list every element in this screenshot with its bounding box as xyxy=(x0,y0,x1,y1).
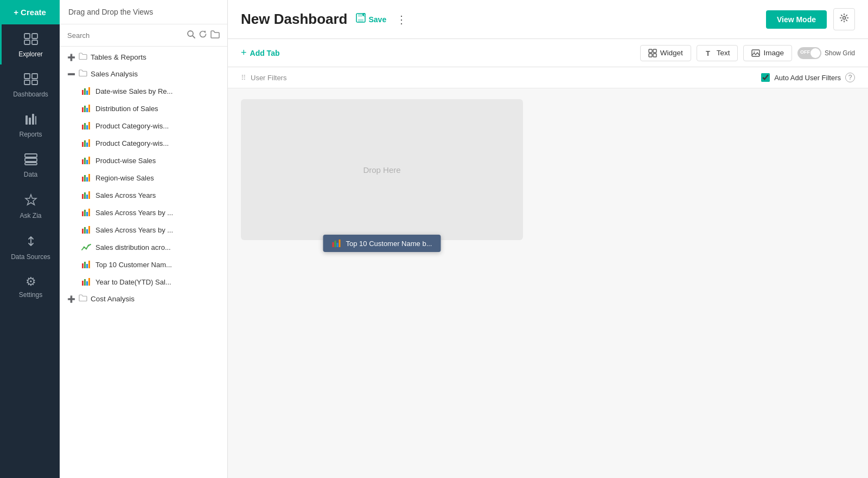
folder-button[interactable] xyxy=(210,30,220,41)
svg-rect-31 xyxy=(86,143,88,147)
item-label: Product Category-wis... xyxy=(95,122,169,130)
view-mode-button[interactable]: View Mode xyxy=(766,10,827,29)
data-sources-icon xyxy=(24,235,37,250)
settings-icon: ⚙ xyxy=(25,276,36,288)
text-button[interactable]: T Text xyxy=(697,45,738,61)
refresh-button[interactable] xyxy=(199,30,207,41)
svg-rect-74 xyxy=(752,50,760,56)
toolbar-left: + Add Tab xyxy=(241,47,279,59)
filters-row: ⠿ User Filters Auto Add User Filters ? xyxy=(228,67,868,88)
ask-zia-icon xyxy=(24,193,37,209)
item-label: Product Category-wis... xyxy=(95,139,169,147)
save-button[interactable]: ★ Save xyxy=(355,12,387,26)
svg-rect-41 xyxy=(82,194,84,199)
save-icon: ★ xyxy=(355,12,366,26)
svg-rect-47 xyxy=(86,212,88,216)
image-button[interactable]: Image xyxy=(743,45,792,61)
sidebar-item-explorer[interactable]: Explorer xyxy=(0,24,60,64)
item-label: Product-wise Sales xyxy=(95,157,156,165)
sidebar-header: Drag and Drop the Views xyxy=(60,0,227,24)
svg-line-16 xyxy=(193,36,195,38)
filters-right: Auto Add User Filters ? xyxy=(761,73,855,82)
list-item[interactable]: Region-wise Sales xyxy=(60,169,227,186)
folder-icon-sales xyxy=(79,69,87,79)
list-item[interactable]: Product-wise Sales xyxy=(60,152,227,169)
create-button[interactable]: + Create xyxy=(0,0,60,24)
list-item[interactable]: Product Category-wis... xyxy=(60,134,227,152)
sidebar-item-settings[interactable]: ⚙ Settings xyxy=(0,267,60,305)
svg-rect-45 xyxy=(82,211,84,216)
svg-point-55 xyxy=(88,245,90,247)
page-settings-button[interactable] xyxy=(833,8,855,30)
sidebar-action-buttons xyxy=(199,30,220,41)
svg-rect-7 xyxy=(32,80,37,85)
sidebar-item-ask-zia[interactable]: Ask Zia xyxy=(0,185,60,226)
search-icon[interactable] xyxy=(187,30,195,41)
list-item[interactable]: Sales Across Years by ... xyxy=(60,221,227,238)
item-label: Date-wise Sales by Re... xyxy=(95,87,173,95)
collapse-icon: ➖ xyxy=(67,70,75,78)
svg-point-75 xyxy=(754,51,755,53)
dragging-item: Top 10 Customer Name b... xyxy=(323,235,441,252)
auto-filter-checkbox[interactable] xyxy=(761,73,770,82)
list-item[interactable]: Date-wise Sales by Re... xyxy=(60,82,227,100)
svg-rect-42 xyxy=(84,192,86,199)
svg-rect-34 xyxy=(84,158,86,164)
add-tab-button[interactable]: + Add Tab xyxy=(241,47,279,59)
svg-text:★: ★ xyxy=(363,14,365,16)
grid-toggle-switch[interactable]: OFF xyxy=(797,47,821,59)
list-item[interactable]: Sales distribution acro... xyxy=(60,238,227,256)
svg-rect-37 xyxy=(82,177,84,182)
top-bar-left: New Dashboard ★ Save ⋮ xyxy=(241,11,409,28)
svg-rect-65 xyxy=(358,14,362,17)
drop-zone[interactable]: Drop Here Top 10 Customer Name b... xyxy=(241,99,523,240)
dashboards-icon xyxy=(24,73,38,87)
folder-icon xyxy=(79,53,87,62)
svg-point-68 xyxy=(843,17,846,20)
list-item[interactable]: Year to Date(YTD) Sal... xyxy=(60,273,227,290)
svg-rect-25 xyxy=(82,125,84,130)
sidebar-item-data[interactable]: Data xyxy=(0,145,60,185)
sidebar-item-reports[interactable]: Reports xyxy=(0,105,60,145)
add-tab-label: Add Tab xyxy=(250,49,280,57)
top-bar-right: View Mode xyxy=(766,8,855,30)
list-item[interactable]: Product Category-wis... xyxy=(60,117,227,134)
more-options-button[interactable]: ⋮ xyxy=(394,13,409,26)
folder-sales-analysis[interactable]: ➖ Sales Analysis xyxy=(60,66,227,82)
svg-rect-13 xyxy=(25,158,37,162)
item-label: Region-wise Sales xyxy=(95,174,154,182)
explorer-icon xyxy=(24,33,38,47)
list-item[interactable]: Sales Across Years by ... xyxy=(60,204,227,221)
svg-rect-12 xyxy=(25,154,37,157)
save-label: Save xyxy=(369,15,387,24)
list-item[interactable]: Top 10 Customer Nam... xyxy=(60,256,227,273)
help-icon[interactable]: ? xyxy=(845,73,855,82)
item-label: Sales Across Years xyxy=(95,191,156,199)
explorer-label: Explorer xyxy=(18,50,43,58)
folder-tables-reports[interactable]: ➕ Tables & Reports xyxy=(60,49,227,66)
sidebar-item-data-sources[interactable]: Data Sources xyxy=(0,226,60,267)
svg-rect-52 xyxy=(88,226,90,234)
list-item[interactable]: Distribution of Sales xyxy=(60,100,227,117)
item-label: Year to Date(YTD) Sal... xyxy=(95,278,171,286)
svg-rect-21 xyxy=(82,107,84,112)
list-item[interactable]: Sales Across Years xyxy=(60,186,227,204)
settings-label: Settings xyxy=(19,291,42,299)
left-navigation: + Create Explorer Dashboards xyxy=(0,0,60,478)
widget-button[interactable]: Widget xyxy=(640,45,691,61)
reports-icon xyxy=(25,113,37,127)
sidebar-item-dashboards[interactable]: Dashboards xyxy=(0,64,60,105)
svg-rect-57 xyxy=(84,262,86,268)
svg-rect-71 xyxy=(649,54,652,57)
top-bar: New Dashboard ★ Save ⋮ View Mode xyxy=(228,0,868,39)
folder-label: Tables & Reports xyxy=(91,53,146,61)
toggle-knob xyxy=(810,48,820,58)
svg-rect-30 xyxy=(84,140,86,147)
folder-cost-label: Cost Analysis xyxy=(91,295,135,303)
show-grid-label: Show Grid xyxy=(825,49,855,57)
folder-cost-analysis[interactable]: ➕ Cost Analysis xyxy=(60,290,227,307)
svg-rect-76 xyxy=(333,242,334,247)
svg-rect-20 xyxy=(88,87,90,95)
search-input[interactable] xyxy=(67,31,183,40)
svg-rect-49 xyxy=(82,229,84,234)
